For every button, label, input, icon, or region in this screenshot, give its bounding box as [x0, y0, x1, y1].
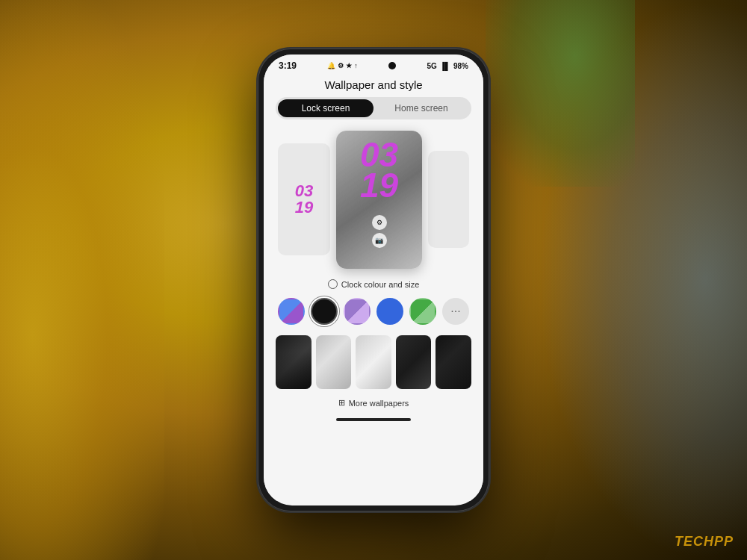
wallpaper-thumb-1[interactable] [276, 335, 311, 389]
camera-circle-icon: 📷 [372, 233, 387, 248]
preview-small-time-left: 0319 [295, 183, 313, 216]
preview-small-left[interactable]: 0319 [278, 143, 330, 255]
swatch-more[interactable]: ··· [442, 298, 469, 325]
signal-bars-icon: ▐▌ [440, 62, 450, 70]
more-dots-icon: ··· [450, 305, 460, 318]
clock-settings-label: Clock colour and size [341, 280, 420, 289]
wallpaper-thumb-5[interactable] [436, 335, 471, 389]
more-wallpapers-label: More wallpapers [349, 399, 409, 408]
nav-indicator [264, 414, 483, 424]
wallpaper-thumb-3[interactable] [356, 335, 391, 389]
page-title: Wallpaper and style [264, 74, 483, 97]
preview-area: 0319 0319 ⚙ 📷 [264, 127, 483, 276]
status-bar: 3:19 🔔 ⚙ ★ ↑ 5G ▐▌ 98% [264, 55, 483, 74]
battery-text: 98% [453, 62, 468, 70]
swatch-black[interactable] [311, 298, 338, 325]
swatch-blue-purple[interactable] [278, 298, 305, 325]
wallpaper-thumbnails [264, 332, 483, 395]
phone-screen: 3:19 🔔 ⚙ ★ ↑ 5G ▐▌ 98% Wallpaper and sty… [264, 55, 483, 505]
clock-settings[interactable]: Clock colour and size [264, 276, 483, 295]
more-wallpapers[interactable]: ⊞ More wallpapers [264, 395, 483, 414]
watermark: TECHPP [675, 534, 734, 550]
tabs-row: Lock screen Home screen [276, 97, 471, 119]
screen-record-icon: ★ [346, 62, 352, 69]
network-type: 5G [427, 62, 436, 70]
clock-settings-gear-icon [328, 279, 338, 289]
notification-icon: 🔔 [327, 62, 335, 69]
swatch-purple[interactable] [344, 298, 371, 325]
status-time: 3:19 [279, 60, 297, 71]
preview-main-time: 0319 [360, 140, 398, 202]
status-icons: 🔔 ⚙ ★ ↑ [327, 62, 358, 69]
swatch-green[interactable] [409, 298, 436, 325]
wallpaper-thumb-2[interactable] [316, 335, 352, 389]
screen-content: Wallpaper and style Lock screen Home scr… [264, 74, 483, 501]
bg-blur-left [0, 0, 164, 560]
swatch-blue[interactable] [376, 298, 403, 325]
nav-home-bar [336, 418, 411, 421]
sync-icon: ↑ [354, 62, 358, 69]
tab-lock-screen[interactable]: Lock screen [278, 99, 374, 117]
preview-small-right[interactable] [428, 151, 469, 248]
settings-dot-icon: ⚙ [338, 62, 344, 69]
more-wallpapers-grid-icon: ⊞ [338, 398, 345, 408]
color-swatches-row: ··· [264, 295, 483, 332]
bg-green-top [486, 0, 635, 187]
preview-main[interactable]: 0319 ⚙ 📷 [336, 131, 422, 269]
settings-circle-icon: ⚙ [372, 215, 387, 230]
wallpaper-thumb-4[interactable] [396, 335, 432, 389]
phone-shell: 3:19 🔔 ⚙ ★ ↑ 5G ▐▌ 98% Wallpaper and sty… [258, 49, 489, 511]
preview-main-icons: ⚙ 📷 [372, 215, 387, 248]
tab-home-screen[interactable]: Home screen [374, 99, 469, 117]
camera-notch [388, 62, 396, 69]
status-right: 5G ▐▌ 98% [427, 62, 468, 70]
